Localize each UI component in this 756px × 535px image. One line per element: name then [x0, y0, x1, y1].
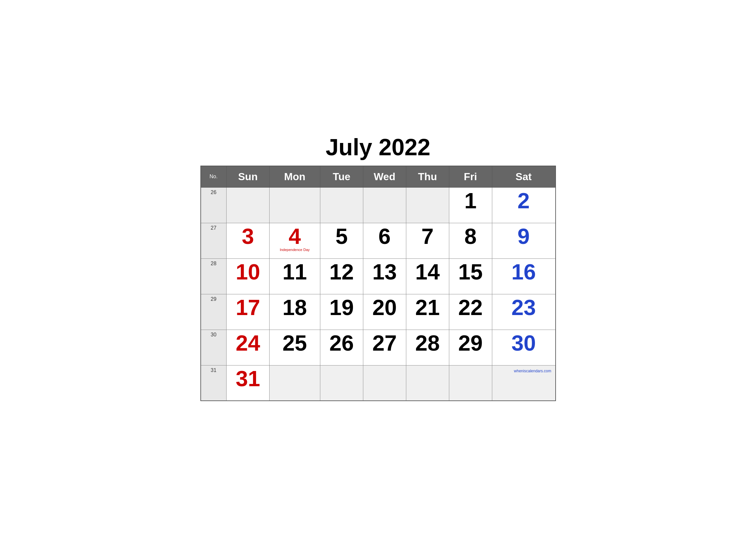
day-number: 5 [336, 224, 348, 248]
header-sun: Sun [227, 166, 270, 187]
day-number: 18 [283, 295, 307, 320]
day-number: 11 [283, 259, 307, 284]
table-row: 3131wheniscalendars.com [201, 365, 555, 401]
day-cell [320, 365, 363, 401]
table-row: 2917181920212223 [201, 294, 555, 330]
day-cell: 6 [363, 223, 406, 259]
header-fri: Fri [449, 166, 492, 187]
day-cell: 9 [492, 223, 555, 259]
day-number: 13 [372, 259, 397, 284]
holiday-label: Independence Day [272, 248, 317, 252]
header-tue: Tue [320, 166, 363, 187]
watermark: wheniscalendars.com [495, 367, 553, 373]
day-cell [269, 187, 320, 223]
day-number: 21 [415, 295, 440, 320]
day-number: 29 [458, 330, 483, 355]
day-cell: 23 [492, 294, 555, 330]
week-number: 31 [201, 365, 227, 401]
day-cell: 25 [269, 330, 320, 365]
day-cell: 30 [492, 330, 555, 365]
week-number: 27 [201, 223, 227, 259]
calendar-table: No. Sun Mon Tue Wed Thu Fri Sat 26122734… [201, 166, 556, 401]
day-number: 17 [236, 295, 260, 320]
day-number: 26 [329, 330, 354, 355]
day-cell: 7 [406, 223, 449, 259]
week-number: 30 [201, 330, 227, 365]
day-cell: 8 [449, 223, 492, 259]
day-cell: 2 [492, 187, 555, 223]
day-cell: 3 [227, 223, 270, 259]
week-number: 28 [201, 259, 227, 294]
day-number: 14 [415, 259, 440, 284]
day-cell [320, 187, 363, 223]
day-cell: 31 [227, 365, 270, 401]
day-number: 28 [415, 330, 440, 355]
day-cell: 22 [449, 294, 492, 330]
day-cell: 4Independence Day [269, 223, 320, 259]
day-cell: 24 [227, 330, 270, 365]
day-cell: 1 [449, 187, 492, 223]
day-number: 31 [236, 366, 260, 391]
day-number: 20 [372, 295, 397, 320]
header-thu: Thu [406, 166, 449, 187]
day-cell: 21 [406, 294, 449, 330]
day-number: 2 [518, 188, 530, 213]
header-mon: Mon [269, 166, 320, 187]
calendar-title: July 2022 [201, 134, 556, 160]
day-cell: 13 [363, 259, 406, 294]
day-cell [406, 365, 449, 401]
day-number: 27 [372, 330, 397, 355]
table-row: 3024252627282930 [201, 330, 555, 365]
week-number: 29 [201, 294, 227, 330]
day-cell [406, 187, 449, 223]
day-cell: 18 [269, 294, 320, 330]
day-number: 24 [236, 330, 260, 355]
day-cell: 11 [269, 259, 320, 294]
day-number: 6 [378, 224, 391, 248]
day-cell: 14 [406, 259, 449, 294]
day-number: 10 [236, 259, 260, 284]
header-row: No. Sun Mon Tue Wed Thu Fri Sat [201, 166, 555, 187]
header-wed: Wed [363, 166, 406, 187]
day-number: 7 [421, 224, 434, 248]
day-cell: 27 [363, 330, 406, 365]
day-number: 4 [289, 224, 301, 248]
day-number: 23 [511, 295, 536, 320]
day-cell: 26 [320, 330, 363, 365]
day-cell: 29 [449, 330, 492, 365]
day-number: 8 [465, 224, 477, 248]
header-sat: Sat [492, 166, 555, 187]
calendar-container: July 2022 No. Sun Mon Tue Wed Thu Fri Sa… [201, 134, 556, 401]
table-row: 2734Independence Day56789 [201, 223, 555, 259]
day-number: 9 [518, 224, 530, 248]
day-number: 12 [329, 259, 354, 284]
day-cell: 19 [320, 294, 363, 330]
day-cell: 15 [449, 259, 492, 294]
day-cell [449, 365, 492, 401]
day-number: 25 [283, 330, 307, 355]
day-number: 19 [329, 295, 354, 320]
day-cell [363, 187, 406, 223]
day-number: 30 [511, 330, 536, 355]
week-number: 26 [201, 187, 227, 223]
day-cell: wheniscalendars.com [492, 365, 555, 401]
day-cell: 28 [406, 330, 449, 365]
day-cell [363, 365, 406, 401]
day-cell: 20 [363, 294, 406, 330]
day-number: 15 [458, 259, 483, 284]
day-number: 16 [511, 259, 536, 284]
day-number: 1 [465, 188, 477, 213]
table-row: 2612 [201, 187, 555, 223]
day-cell: 17 [227, 294, 270, 330]
day-number: 22 [458, 295, 483, 320]
day-cell: 10 [227, 259, 270, 294]
day-cell [227, 187, 270, 223]
day-cell: 16 [492, 259, 555, 294]
day-cell [269, 365, 320, 401]
day-cell: 12 [320, 259, 363, 294]
header-no: No. [201, 166, 227, 187]
day-cell: 5 [320, 223, 363, 259]
table-row: 2810111213141516 [201, 259, 555, 294]
day-number: 3 [242, 224, 254, 248]
